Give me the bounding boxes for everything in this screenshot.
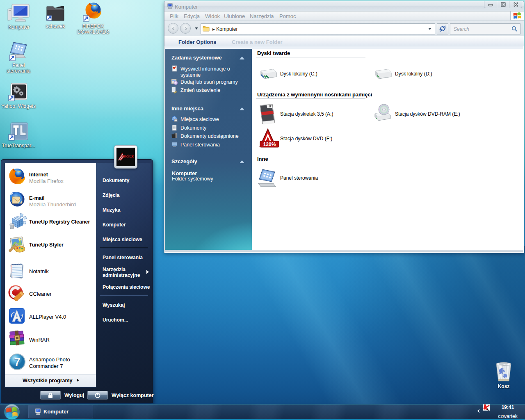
- svg-text:nciEk: nciEk: [124, 154, 134, 158]
- svg-text:120%: 120%: [263, 142, 276, 147]
- svg-text:7: 7: [14, 356, 20, 368]
